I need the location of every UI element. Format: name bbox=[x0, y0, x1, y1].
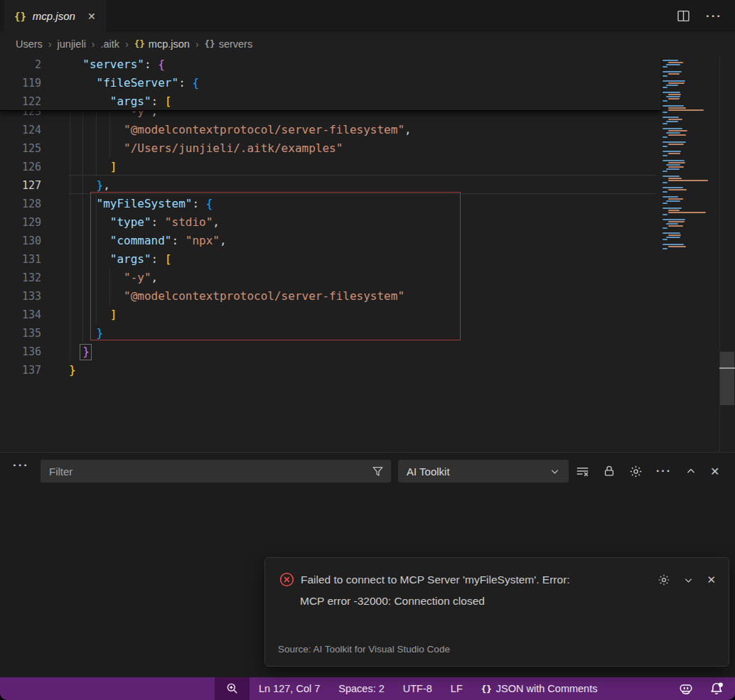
eol-status[interactable]: LF bbox=[441, 677, 472, 700]
tab-bar: {} mcp.json ✕ ··· bbox=[0, 0, 735, 32]
code-line-136[interactable]: 136 } bbox=[0, 343, 661, 361]
code-line-132[interactable]: 132 "-y", bbox=[0, 269, 661, 287]
code-line-125[interactable]: 125 "/Users/junjieli/.aitk/examples" bbox=[0, 139, 661, 158]
maximize-panel-button[interactable] bbox=[685, 465, 697, 477]
line-number: 126 bbox=[0, 158, 41, 176]
code-editor[interactable]: 123 "-y",124 "@modelcontextprotocol/serv… bbox=[0, 55, 735, 452]
notification-close-icon[interactable]: ✕ bbox=[707, 574, 716, 586]
bracket-match-box bbox=[80, 344, 92, 360]
line-number: 130 bbox=[0, 232, 41, 250]
code-line-122[interactable]: 122 "args": [ bbox=[0, 92, 661, 111]
code-line-131[interactable]: 131 "args": [ bbox=[0, 250, 661, 269]
panel-view-select[interactable]: AI Toolkit bbox=[398, 460, 569, 483]
code-line-134[interactable]: 134 ] bbox=[0, 306, 661, 324]
line-number: 128 bbox=[0, 195, 41, 213]
line-number: 2 bbox=[0, 55, 41, 74]
panel-more-actions-button[interactable]: ··· bbox=[13, 456, 29, 478]
code-line-2[interactable]: 2 "servers": { bbox=[0, 55, 661, 74]
code-line-119[interactable]: 119 "fileServer": { bbox=[0, 74, 661, 92]
notification-message: Failed to connect to MCP Server 'myFileS… bbox=[301, 572, 570, 588]
code-line-133[interactable]: 133 "@modelcontextprotocol/server-filesy… bbox=[0, 287, 661, 306]
close-tab-icon[interactable]: ✕ bbox=[87, 11, 96, 22]
json-braces-icon: {} bbox=[205, 38, 215, 49]
code-line-130[interactable]: 130 "command": "npx", bbox=[0, 232, 661, 250]
code-line-137[interactable]: 137} bbox=[0, 361, 661, 379]
filter-box bbox=[41, 460, 391, 483]
breadcrumb-servers[interactable]: {} servers bbox=[205, 38, 253, 50]
line-number: 129 bbox=[0, 213, 41, 232]
line-number: 136 bbox=[0, 343, 41, 361]
breadcrumb-separator: › bbox=[92, 38, 95, 50]
notification-source: Source: AI Toolkit for Visual Studio Cod… bbox=[278, 644, 450, 655]
language-mode-status[interactable]: {} JSON with Comments bbox=[472, 677, 607, 700]
cursor-position-status[interactable]: Ln 127, Col 7 bbox=[250, 677, 329, 700]
code-line-135[interactable]: 135 } bbox=[0, 324, 661, 343]
code-line-128[interactable]: 128 "myFileSystem": { bbox=[0, 195, 661, 213]
breadcrumb-aitk[interactable]: .aitk bbox=[101, 38, 120, 50]
clear-output-button[interactable] bbox=[576, 465, 589, 478]
status-bar-spacer bbox=[0, 677, 215, 700]
line-number: 132 bbox=[0, 269, 41, 287]
line-number: 119 bbox=[0, 74, 41, 92]
line-number: 124 bbox=[0, 121, 41, 139]
line-number: 137 bbox=[0, 361, 41, 379]
filter-input[interactable] bbox=[41, 465, 372, 478]
code-line-124[interactable]: 124 "@modelcontextprotocol/server-filesy… bbox=[0, 121, 661, 139]
breadcrumb-separator: › bbox=[125, 38, 129, 50]
notification-toast: Failed to connect to MCP Server 'myFileS… bbox=[264, 557, 729, 667]
line-number: 127 bbox=[0, 176, 41, 195]
indentation-status[interactable]: Spaces: 2 bbox=[329, 677, 394, 700]
line-number: 133 bbox=[0, 287, 41, 306]
editor-more-actions-button[interactable]: ··· bbox=[706, 9, 722, 23]
json-file-icon: {} bbox=[14, 11, 26, 22]
breadcrumb-junjieli[interactable]: junjieli bbox=[58, 38, 86, 50]
split-editor-button[interactable] bbox=[677, 9, 690, 23]
zoom-status-button[interactable] bbox=[215, 677, 250, 700]
code-lines: 123 "-y",124 "@modelcontextprotocol/serv… bbox=[0, 102, 661, 379]
breadcrumb-separator: › bbox=[195, 38, 199, 50]
breadcrumb-users[interactable]: Users bbox=[16, 38, 43, 50]
code-line-129[interactable]: 129 "type": "stdio", bbox=[0, 213, 661, 232]
breadcrumb-mcp-json[interactable]: {} mcp.json bbox=[134, 38, 190, 50]
line-number: 135 bbox=[0, 324, 41, 343]
minimap[interactable] bbox=[660, 60, 718, 253]
json-braces-icon: {} bbox=[481, 684, 492, 694]
notification-message-line2: MCP error -32000: Connection closed bbox=[300, 595, 729, 608]
gear-icon[interactable] bbox=[629, 465, 643, 478]
notification-collapse-icon[interactable] bbox=[683, 575, 694, 586]
panel-overflow-button[interactable]: ··· bbox=[656, 465, 672, 478]
line-number: 125 bbox=[0, 139, 41, 158]
chevron-down-icon bbox=[549, 466, 560, 477]
line-number: 134 bbox=[0, 306, 41, 324]
tab-mcp-json[interactable]: {} mcp.json ✕ bbox=[4, 0, 106, 32]
vscode-window: {} mcp.json ✕ ··· Users › junjieli › .ai… bbox=[0, 0, 735, 700]
status-bar: Ln 127, Col 7 Spaces: 2 UTF-8 LF {} JSON… bbox=[0, 677, 735, 700]
breadcrumb: Users › junjieli › .aitk › {} mcp.json ›… bbox=[0, 32, 735, 55]
scrollbar-cursor-marker bbox=[719, 367, 735, 369]
line-number: 131 bbox=[0, 250, 41, 269]
close-panel-button[interactable]: ✕ bbox=[710, 465, 719, 478]
code-line-127[interactable]: 127 }, bbox=[0, 176, 661, 195]
copilot-status-icon[interactable] bbox=[674, 677, 698, 700]
sticky-scroll[interactable]: 2 "servers": {119 "fileServer": {122 "ar… bbox=[0, 55, 661, 111]
lock-icon[interactable] bbox=[603, 465, 616, 478]
filter-funnel-icon[interactable] bbox=[372, 465, 391, 478]
scrollbar-thumb[interactable] bbox=[720, 352, 734, 405]
line-number: 122 bbox=[0, 92, 41, 111]
code-line-126[interactable]: 126 ] bbox=[0, 158, 661, 176]
json-braces-icon: {} bbox=[134, 38, 145, 49]
notifications-bell-icon[interactable] bbox=[705, 677, 728, 700]
error-icon bbox=[279, 572, 294, 587]
encoding-status[interactable]: UTF-8 bbox=[394, 677, 441, 700]
tab-title: mcp.json bbox=[33, 10, 75, 22]
notification-settings-gear-icon[interactable] bbox=[658, 574, 670, 586]
breadcrumb-separator: › bbox=[48, 38, 52, 50]
